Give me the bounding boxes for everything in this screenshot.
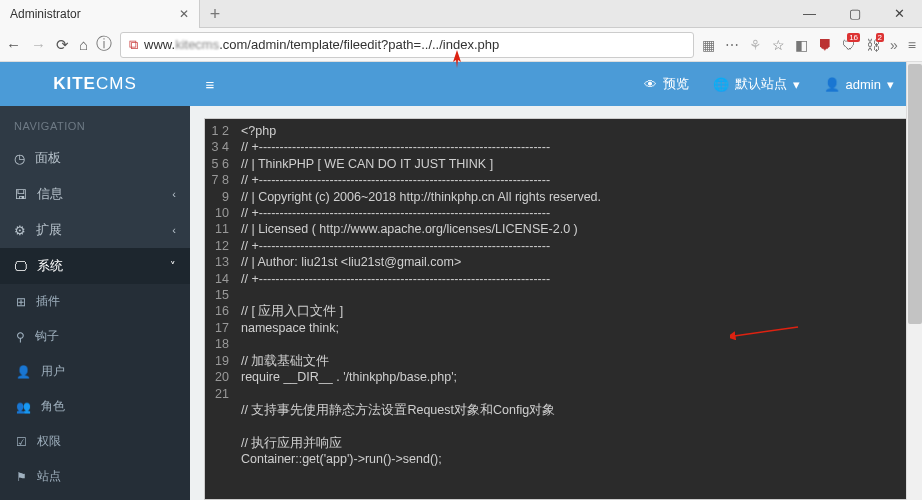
sidebar-item-系统[interactable]: 🖵系统˅ [0, 248, 190, 284]
forward-button[interactable]: → [31, 36, 46, 53]
sidebar-item-label: 面板 [35, 149, 61, 167]
close-tab-icon[interactable]: ✕ [179, 7, 189, 21]
chevron-icon: ˅ [170, 260, 176, 273]
bookmark-icon[interactable]: ☆ [772, 37, 785, 53]
chevron-icon: ‹ [172, 188, 176, 200]
qr-icon[interactable]: ▦ [702, 37, 715, 53]
url-blurred: kitecms [175, 37, 219, 52]
sidebar-subitem-用户[interactable]: 👤用户 [0, 354, 190, 389]
window-controls: — ▢ ✕ [787, 6, 922, 21]
sidebar-item-扩展[interactable]: ⚙扩展‹ [0, 212, 190, 248]
gauge-icon: ◷ [14, 151, 25, 166]
sidebar-subitem-钩子[interactable]: ⚲钩子 [0, 319, 190, 354]
hook-icon: ⚲ [16, 330, 25, 344]
browser-tabbar: Administrator ✕ + — ▢ ✕ [0, 0, 922, 28]
sidebar-item-label: 用户 [41, 363, 65, 380]
sidebar-item-label: 角色 [41, 398, 65, 415]
sidebar-item-label: 权限 [37, 433, 61, 450]
user-icon: 👤 [824, 77, 840, 92]
sidebar-subitem-权限[interactable]: ☑权限 [0, 424, 190, 459]
laptop-icon: 🖵 [14, 259, 27, 274]
user-icon: 👤 [16, 365, 31, 379]
menu-icon[interactable]: ≡ [908, 37, 916, 53]
browser-urlbar: ← → ⟳ ⌂ ⓘ ⧉ www.kitecms.com/admin/templa… [0, 28, 922, 62]
sidebar-item-label: 扩展 [36, 221, 62, 239]
close-window-button[interactable]: ✕ [877, 6, 922, 21]
ext-shield-icon[interactable]: 🛡16 [842, 37, 856, 53]
brand-bold: KITE [53, 74, 96, 93]
sidebar-subitem-站点[interactable]: ⚑站点 [0, 459, 190, 494]
preview-label: 预览 [663, 75, 689, 93]
tab-title: Administrator [10, 7, 81, 21]
url-part2: .com/admin/template/fileedit?path=../../… [219, 37, 499, 52]
blocker-icon[interactable]: ⛊ [818, 37, 832, 53]
globe-icon: 🌐 [713, 77, 729, 92]
sidebar-subitem-配置[interactable]: 🔧配置 [0, 494, 190, 500]
sidebar-item-面板[interactable]: ◷面板 [0, 140, 190, 176]
url-part1: www. [144, 37, 175, 52]
new-tab-button[interactable]: + [200, 2, 230, 26]
sidebar-item-label: 钩子 [35, 328, 59, 345]
browser-tab[interactable]: Administrator ✕ [0, 0, 200, 28]
badge-count: 2 [876, 33, 884, 42]
maximize-button[interactable]: ▢ [832, 6, 877, 21]
more-icon[interactable]: ⋯ [725, 37, 739, 53]
reload-button[interactable]: ⟳ [56, 36, 69, 54]
line-gutter: 1 2 3 4 5 6 7 8 9 10 11 12 13 14 15 16 1… [205, 119, 235, 499]
url-right-icons: ▦ ⋯ ⚘ ☆ ◧ ⛊ 🛡16 ⛓2 » ≡ [702, 37, 916, 53]
brand-light: CMS [96, 74, 137, 93]
minimize-button[interactable]: — [787, 6, 832, 21]
eye-icon: 👁 [644, 77, 657, 92]
code-editor[interactable]: 1 2 3 4 5 6 7 8 9 10 11 12 13 14 15 16 1… [204, 118, 908, 500]
chevron-icon: ‹ [172, 224, 176, 236]
globe-icon: ⚑ [16, 470, 27, 484]
back-button[interactable]: ← [6, 36, 21, 53]
code-content[interactable]: <?php // +------------------------------… [235, 119, 907, 499]
chevron-down-icon: ▾ [887, 77, 894, 92]
ext-link-icon[interactable]: ⛓2 [866, 37, 880, 53]
brand-logo[interactable]: KITECMS [0, 74, 190, 94]
user-label: admin [846, 77, 881, 92]
overflow-icon[interactable]: » [890, 37, 898, 53]
vertical-scrollbar[interactable] [906, 62, 922, 500]
app-header: KITECMS ≡ 👁预览 🌐默认站点▾ 👤admin▾ [0, 62, 922, 106]
sidebar-item-信息[interactable]: 🖫信息‹ [0, 176, 190, 212]
workspace: NAVIGATION ◷面板🖫信息‹⚙扩展‹🖵系统˅ ⊞插件⚲钩子👤用户👥角色☑… [0, 106, 922, 500]
main-panel: 1 2 3 4 5 6 7 8 9 10 11 12 13 14 15 16 1… [190, 106, 922, 500]
ext1-icon[interactable]: ◧ [795, 37, 808, 53]
lock-off-icon: ⧉ [129, 37, 138, 53]
info-icon[interactable]: ⓘ [96, 34, 112, 55]
url-input[interactable]: ⧉ www.kitecms.com/admin/template/fileedi… [120, 32, 694, 58]
preview-link[interactable]: 👁预览 [644, 75, 689, 93]
sidebar-item-label: 站点 [37, 468, 61, 485]
site-label: 默认站点 [735, 75, 787, 93]
shield-icon: ☑ [16, 435, 27, 449]
sidebar: NAVIGATION ◷面板🖫信息‹⚙扩展‹🖵系统˅ ⊞插件⚲钩子👤用户👥角色☑… [0, 106, 190, 500]
user-menu[interactable]: 👤admin▾ [824, 77, 894, 92]
sidebar-item-label: 插件 [36, 293, 60, 310]
save-icon: 🖫 [14, 187, 27, 202]
sidebar-subitem-角色[interactable]: 👥角色 [0, 389, 190, 424]
sidebar-item-label: 系统 [37, 257, 63, 275]
sidebar-item-label: 信息 [37, 185, 63, 203]
plus-icon: ⊞ [16, 295, 26, 309]
home-button[interactable]: ⌂ [79, 36, 88, 53]
sidebar-subitem-插件[interactable]: ⊞插件 [0, 284, 190, 319]
sidebar-toggle[interactable]: ≡ [190, 76, 230, 93]
gear-icon: ⚙ [14, 223, 26, 238]
scrollbar-thumb[interactable] [908, 64, 922, 324]
chevron-down-icon: ▾ [793, 77, 800, 92]
nav-buttons: ← → ⟳ ⌂ [6, 36, 88, 54]
sidebar-section-header: NAVIGATION [0, 106, 190, 140]
users-icon: 👥 [16, 400, 31, 414]
badge-count: 16 [847, 33, 860, 42]
site-selector[interactable]: 🌐默认站点▾ [713, 75, 800, 93]
reader-icon[interactable]: ⚘ [749, 37, 762, 53]
